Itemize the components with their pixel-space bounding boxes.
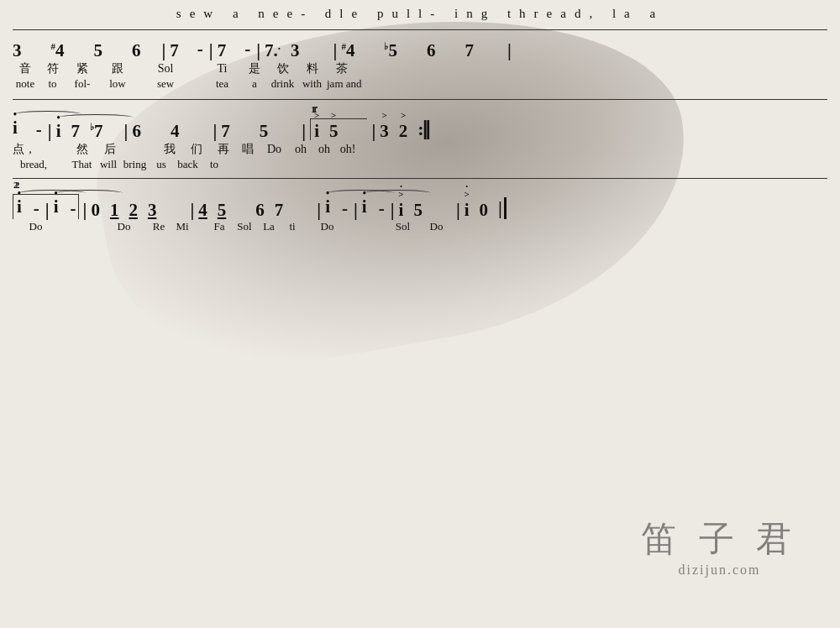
note-7c-dot: 7. — [265, 40, 281, 60]
barline-s3-5: | — [354, 201, 358, 219]
note-5: 5 — [94, 42, 103, 60]
note-sharp4: #4 — [51, 42, 65, 60]
note-sharp4b: #4 — [341, 42, 354, 60]
note-5-v1: > 5 — [329, 123, 339, 140]
barline-8: | — [213, 122, 217, 140]
note-3: 3 — [13, 42, 22, 60]
score-area: 3 #4 5 6 | 7 - | 7 - | 7. 3 | #4 ♭5 6 — [13, 29, 827, 240]
barline-9: | — [302, 122, 306, 140]
note-5-s3: 5 — [218, 201, 227, 219]
note-3-s3: 3 — [148, 201, 157, 219]
barline-5: | — [507, 41, 512, 60]
barline-s3-3: | — [190, 201, 194, 219]
note-i-s3-4: i· — [362, 198, 367, 219]
slur-group-5: i· - — [325, 198, 349, 219]
note-i-v1-1: > · i — [314, 123, 319, 140]
sheet-music: sew a nee- dle pull- ing thread, la a 3 … — [0, 0, 840, 628]
top-lyrics-row: sew a nee- dle pull- ing thread, la a — [0, 0, 840, 24]
note-i-s3-3: i· — [325, 198, 330, 219]
repeat-end-barline: :‖ — [417, 118, 428, 140]
barline-s3-7: | — [456, 201, 460, 219]
dash-3: - — [36, 119, 42, 140]
section-3-english: Do Do Re Mi Fa Sol La ti Do Sol Do — [13, 220, 827, 233]
note-0-final-s3: 0 — [480, 201, 489, 219]
dash-2: - — [244, 39, 250, 60]
barline-6: | — [48, 122, 52, 140]
slur-group-2: i· 7 ♭7 — [56, 123, 120, 140]
note-7a: 7 — [170, 42, 179, 60]
section-3: 2 i· - | — [13, 178, 827, 233]
note-0-s3: 0 — [91, 201, 100, 219]
dash-1: - — [197, 39, 203, 60]
barline-s3-4: | — [317, 201, 321, 219]
note-7e: 7 — [71, 123, 81, 140]
top-lyrics-text: sew a nee- dle pull- ing thread, la a — [176, 7, 664, 20]
note-flat5: ♭5 — [384, 42, 397, 60]
note-3-v1: > 3 — [380, 123, 389, 140]
note-1-s3: 1 — [110, 201, 119, 219]
note-7d: 7 — [465, 42, 474, 60]
barline-s3-6: | — [391, 201, 395, 219]
barline-7: | — [124, 122, 129, 140]
section-2-chinese: 点， 然 后 我 们 再 唱 Do oh oh oh! — [13, 142, 827, 157]
note-5-acc-s3: 5 — [413, 201, 423, 219]
note-i-high-b: i· — [56, 123, 61, 140]
notes-3-2: > 3 > 2 — [380, 123, 417, 140]
note-6: 6 — [132, 42, 141, 60]
note-2-s3: 2 — [129, 201, 138, 219]
slur-group-1: i· - — [13, 119, 44, 140]
slur-group-4: i· - — [54, 198, 78, 219]
note-3b: 3 — [291, 42, 300, 60]
note-7-s3: 7 — [275, 201, 284, 219]
section-1: 3 #4 5 6 | 7 - | 7 - | 7. 3 | #4 ♭5 6 — [13, 29, 827, 91]
slur-group-3: i· - — [17, 198, 41, 219]
note-i-high-a: i· — [13, 119, 18, 140]
note-6-s3: 6 — [255, 201, 265, 219]
barline-10: | — [371, 122, 375, 140]
note-5: 5 — [260, 123, 269, 140]
watermark-url: dizijun.com — [641, 563, 798, 578]
dash-s3-3: - — [342, 198, 348, 219]
section-2-notes-row: i· - | i· 7 ♭7 — [13, 99, 827, 140]
volta-1: 1 > · i > 5 — [310, 118, 367, 140]
note-i-s3-1: i· — [17, 198, 22, 219]
section-1-chinese: 音 符 紧 跟 Sol Ti 是 饮 料 茶 — [13, 61, 827, 76]
note-4-s3: 4 — [198, 201, 207, 219]
note-flat7: ♭7 — [90, 123, 103, 140]
barline-3: | — [256, 41, 260, 60]
barline-2: | — [209, 41, 213, 60]
barline-s3-1: | — [45, 201, 50, 219]
section-2-english: bread, That will bring us back to — [13, 158, 827, 171]
watermark-url-text: dizijun.com — [679, 563, 761, 577]
note-6c: 6 — [132, 123, 141, 140]
dash-s3-4: - — [379, 198, 385, 219]
note-7b: 7 — [218, 42, 227, 60]
barline-4: | — [333, 41, 338, 60]
section-3-notes-row: 2 i· - | — [13, 178, 827, 219]
barline-s3-2: | — [83, 201, 87, 219]
section-1-notes-row: 3 #4 5 6 | 7 - | 7 - | 7. 3 | #4 ♭5 6 — [13, 29, 827, 60]
note-i-final-s3: > · i — [465, 201, 470, 219]
watermark: 笛 子 君 dizijun.com — [641, 515, 798, 578]
note-7f: 7 — [221, 123, 230, 140]
dash-s3-1: - — [34, 198, 39, 219]
section-1-english: note to fol- low sew tea a drink with ja… — [13, 77, 827, 91]
note-2-v1: > 2 — [399, 123, 408, 140]
slur-group-6: i· - — [362, 198, 386, 219]
barline-1: | — [162, 41, 166, 60]
volta-2: 2 i· - | — [13, 194, 79, 219]
note-i-acc-s3: > · i — [399, 201, 404, 219]
note-6b: 6 — [427, 42, 436, 60]
dash-s3-2: - — [71, 198, 76, 219]
section-2: i· - | i· 7 ♭7 — [13, 99, 827, 171]
note-i-s3-2: i· — [54, 198, 59, 219]
final-barline: | — [498, 197, 507, 219]
watermark-chinese: 笛 子 君 — [641, 515, 798, 563]
note-4: 4 — [171, 123, 180, 140]
